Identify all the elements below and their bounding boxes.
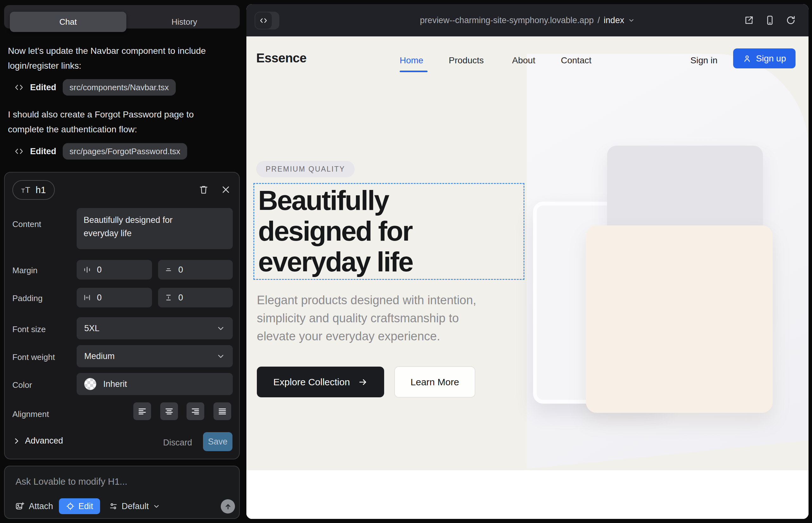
refresh-icon[interactable] bbox=[785, 15, 796, 26]
edit-mode-pill[interactable]: Edit bbox=[59, 498, 100, 514]
arrow-up-icon bbox=[224, 502, 232, 511]
close-panel-icon[interactable] bbox=[219, 183, 232, 196]
explore-collection-button[interactable]: Explore Collection bbox=[257, 366, 384, 397]
preview-url-dropdown[interactable]: preview--charming-site-symphony.lovable.… bbox=[420, 4, 635, 36]
margin-y-icon bbox=[164, 266, 173, 274]
margin-label: Margin bbox=[12, 266, 37, 275]
model-mode-select[interactable]: Default bbox=[109, 502, 160, 511]
send-button[interactable] bbox=[221, 499, 235, 513]
element-editor-panel: TT h1 Content Beautifully designed for e… bbox=[4, 172, 240, 459]
color-label: Color bbox=[12, 380, 32, 390]
file-path-pill[interactable]: src/pages/ForgotPassword.tsx bbox=[63, 143, 188, 160]
hero-subtext: Elegant products designed with intention… bbox=[257, 291, 476, 345]
chevron-down-icon bbox=[216, 352, 225, 361]
discard-button[interactable]: Discard bbox=[163, 438, 192, 448]
content-label: Content bbox=[12, 219, 41, 229]
nav-link-contact[interactable]: Contact bbox=[561, 55, 592, 66]
lovable-workspace: Chat History Now let's update the Navbar… bbox=[0, 0, 812, 523]
sign-up-button[interactable]: Sign up bbox=[733, 49, 796, 68]
file-path-pill[interactable]: src/components/Navbar.tsx bbox=[63, 79, 176, 96]
preview-toolbar: preview--charming-site-symphony.lovable.… bbox=[246, 4, 809, 36]
composer-input[interactable] bbox=[15, 476, 225, 491]
font-weight-label: Font weight bbox=[12, 353, 55, 362]
text-size-icon: TT bbox=[21, 185, 31, 195]
alignment-label: Alignment bbox=[12, 409, 49, 419]
site-logo[interactable]: Essence bbox=[256, 51, 306, 65]
code-icon bbox=[14, 147, 24, 156]
font-size-select[interactable]: 5XL bbox=[77, 317, 233, 339]
margin-x-input[interactable]: 0 bbox=[77, 260, 152, 279]
site-canvas: Essence Home Products About Contact Sign… bbox=[246, 36, 809, 519]
code-icon bbox=[255, 12, 272, 29]
code-icon bbox=[14, 83, 24, 92]
chat-composer: Attach Edit Default bbox=[4, 466, 240, 519]
content-input[interactable]: Beautifully designed for everyday life bbox=[77, 208, 233, 249]
edited-file-row[interactable]: Edited src/pages/ForgotPassword.tsx bbox=[14, 143, 187, 160]
chevron-down-icon bbox=[153, 502, 160, 510]
sign-in-link[interactable]: Sign in bbox=[690, 55, 718, 66]
image-attach-icon bbox=[15, 502, 24, 511]
hero-headline[interactable]: Beautifully designed for everyday life bbox=[258, 185, 413, 277]
font-weight-select[interactable]: Medium bbox=[77, 345, 233, 367]
padding-x-input[interactable]: 0 bbox=[77, 288, 152, 307]
sliders-icon bbox=[109, 502, 118, 511]
delete-element-button[interactable] bbox=[197, 183, 210, 196]
url-page: index bbox=[604, 16, 624, 25]
nav-link-products[interactable]: Products bbox=[449, 55, 484, 66]
arrow-right-icon bbox=[358, 377, 368, 387]
padding-y-input[interactable]: 0 bbox=[158, 288, 233, 307]
nav-link-about[interactable]: About bbox=[512, 55, 535, 66]
color-swatch bbox=[84, 378, 96, 390]
align-center-button[interactable] bbox=[160, 402, 178, 420]
decor-card-cream bbox=[586, 226, 773, 413]
padding-x-icon bbox=[83, 293, 91, 302]
color-select[interactable]: Inherit bbox=[77, 373, 233, 395]
chevron-right-icon bbox=[12, 437, 21, 445]
chevron-down-icon bbox=[216, 324, 225, 333]
chevron-down-icon bbox=[628, 17, 635, 24]
save-button[interactable]: Save bbox=[203, 432, 232, 451]
code-preview-toggle[interactable] bbox=[254, 12, 279, 30]
advanced-toggle[interactable]: Advanced bbox=[12, 436, 63, 446]
edited-file-row[interactable]: Edited src/components/Navbar.tsx bbox=[14, 79, 176, 96]
attach-button[interactable]: Attach bbox=[15, 502, 53, 511]
padding-y-icon bbox=[164, 293, 173, 302]
font-size-label: Font size bbox=[12, 325, 46, 334]
url-domain: preview--charming-site-symphony.lovable.… bbox=[420, 16, 594, 25]
active-nav-underline bbox=[400, 71, 427, 72]
premium-quality-badge: PREMIUM QUALITY bbox=[256, 161, 355, 177]
element-tag: h1 bbox=[36, 185, 46, 195]
user-icon bbox=[743, 54, 752, 63]
padding-label: Padding bbox=[12, 293, 42, 303]
chat-message: Now let's update the Navbar component to… bbox=[8, 43, 230, 73]
learn-more-button[interactable]: Learn More bbox=[394, 366, 475, 398]
open-in-new-window-icon[interactable] bbox=[743, 15, 755, 26]
target-icon bbox=[66, 502, 75, 511]
chat-message: I should also create a Forgot Password p… bbox=[8, 107, 230, 137]
align-left-button[interactable] bbox=[133, 402, 151, 420]
selected-element-badge[interactable]: TT h1 bbox=[12, 180, 55, 200]
tab-history[interactable]: History bbox=[126, 12, 242, 32]
margin-x-icon bbox=[83, 266, 91, 274]
edited-label: Edited bbox=[30, 147, 56, 157]
preview-window: preview--charming-site-symphony.lovable.… bbox=[246, 4, 809, 519]
margin-y-input[interactable]: 0 bbox=[158, 260, 233, 279]
nav-link-home[interactable]: Home bbox=[400, 55, 423, 66]
tab-chat[interactable]: Chat bbox=[10, 12, 126, 32]
mobile-view-icon[interactable] bbox=[764, 15, 776, 26]
chat-history-tabs: Chat History bbox=[4, 5, 240, 29]
align-justify-button[interactable] bbox=[213, 402, 231, 420]
next-section bbox=[246, 470, 809, 519]
align-right-button[interactable] bbox=[187, 402, 204, 420]
edited-label: Edited bbox=[30, 83, 56, 92]
